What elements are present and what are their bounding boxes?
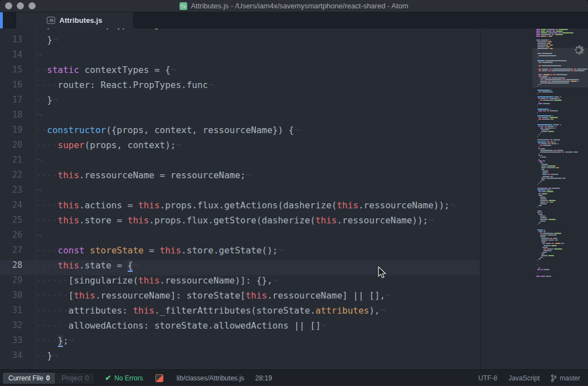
minimap-line — [541, 31, 545, 32]
encoding-selector[interactable]: UTF-8 — [478, 374, 497, 382]
minimap-line — [560, 124, 561, 125]
code-line-22[interactable]: 22····this.ressourceName = ressourceName… — [0, 170, 480, 185]
cursor-position[interactable]: 28:19 — [255, 374, 272, 382]
status-bar: Current File 0 Project 0 ✔ No Errors lib… — [0, 369, 588, 386]
minimap-line — [541, 178, 546, 179]
minimap-line — [555, 126, 556, 127]
git-branch-button[interactable]: master — [551, 374, 580, 382]
minimap-line — [552, 243, 554, 244]
code-line-23[interactable]: 23¬ — [0, 185, 480, 200]
line-number[interactable]: 18 — [0, 110, 22, 125]
line-number[interactable]: 25 — [0, 215, 22, 230]
code-line-14[interactable]: 14¬ — [0, 50, 480, 65]
code-line-13[interactable]: 13··}¬ — [0, 35, 480, 50]
minimap-line — [537, 115, 551, 116]
minimap[interactable] — [532, 28, 588, 369]
editor-pane[interactable]: 12··params: PropTypes.object¬13··}¬14¬15… — [0, 12, 588, 369]
code-line-30[interactable]: 30······[this.ressourceName]: storeState… — [0, 290, 480, 305]
minimap-line — [537, 212, 540, 213]
minimap-line — [538, 155, 540, 156]
line-number[interactable]: 26 — [0, 230, 22, 245]
minimap-line — [552, 115, 553, 116]
code-line-17[interactable]: 17··}¬ — [0, 95, 480, 110]
minimap-line — [542, 91, 553, 92]
minimap-line — [541, 212, 542, 213]
linter-current-file-button[interactable]: Current File 0 — [3, 373, 55, 384]
line-number[interactable]: 27 — [0, 245, 22, 260]
minimap-line — [558, 98, 560, 99]
code-text: ····super(props, context);¬ — [36, 140, 181, 155]
code-line-26[interactable]: 26¬ — [0, 230, 480, 245]
line-number[interactable]: 19 — [0, 125, 22, 140]
grammar-selector[interactable]: JavaScript — [508, 374, 540, 382]
line-number[interactable]: 20 — [0, 140, 22, 155]
minimap-line — [541, 238, 550, 239]
minimap-line — [537, 264, 538, 265]
code-line-24[interactable]: 24····this.actions = this.props.flux.get… — [0, 200, 480, 215]
code-line-19[interactable]: 19··constructor({props, context, ressour… — [0, 125, 480, 140]
minimap-line — [543, 250, 552, 251]
close-window-button[interactable] — [5, 2, 12, 9]
line-number[interactable]: 32 — [0, 320, 22, 335]
minimap-line — [551, 141, 554, 143]
minimap-line — [537, 224, 538, 225]
line-number[interactable]: 30 — [0, 290, 22, 305]
code-line-15[interactable]: 15··static contextTypes = {¬ — [0, 65, 480, 80]
minimap-line — [546, 189, 551, 190]
line-number[interactable]: 29 — [0, 275, 22, 290]
code-line-32[interactable]: 32······allowedActions: storeState.allow… — [0, 320, 480, 335]
settings-gear-icon[interactable] — [571, 43, 586, 57]
minimap-line — [542, 119, 550, 120]
line-number[interactable]: 15 — [0, 65, 22, 80]
code-line-16[interactable]: 16····router: React.PropTypes.func¬ — [0, 80, 480, 95]
line-number[interactable]: 13 — [0, 35, 22, 50]
linter-package-icon[interactable] — [155, 374, 163, 382]
minimap-line — [543, 145, 551, 146]
minimize-window-button[interactable] — [17, 2, 24, 9]
code-line-21[interactable]: 21¬ — [0, 155, 480, 170]
code-line-27[interactable]: 27····const storeState = this.store.getS… — [0, 245, 480, 260]
minimap-line — [548, 255, 554, 256]
minimap-line — [552, 31, 555, 32]
project-count: 0 — [85, 374, 89, 382]
line-number[interactable]: 21 — [0, 155, 22, 170]
code-text: ······allowedActions: storeState.allowed… — [36, 320, 326, 335]
linter-project-button[interactable]: Project 0 — [55, 373, 94, 384]
minimap-line — [554, 128, 555, 129]
minimap-line — [546, 243, 551, 244]
code-line-31[interactable]: 31······attributes: this._filterAttribut… — [0, 305, 480, 320]
minimap-line — [557, 150, 563, 151]
minimap-line — [537, 211, 542, 212]
line-number[interactable]: 17 — [0, 95, 22, 110]
line-number[interactable]: 22 — [0, 170, 22, 185]
code-line-34[interactable]: 34··}¬ — [0, 350, 480, 365]
minimap-line — [540, 100, 542, 101]
minimap-line — [542, 174, 547, 175]
line-number[interactable]: 24 — [0, 200, 22, 215]
line-number[interactable]: 31 — [0, 305, 22, 320]
code-line-33[interactable]: 33····};¬ — [0, 335, 480, 350]
file-path: lib/classes/Attributes.js — [177, 374, 244, 382]
minimap-line — [536, 276, 540, 277]
zoom-window-button[interactable] — [28, 2, 36, 9]
code-line-28[interactable]: 28····this.state = {¬ — [0, 260, 480, 275]
line-number[interactable]: 14 — [0, 50, 22, 65]
code-line-20[interactable]: 20····super(props, context);¬ — [0, 140, 480, 155]
line-number[interactable]: 16 — [0, 80, 22, 95]
code-line-18[interactable]: 18¬ — [0, 110, 480, 125]
line-number[interactable]: 28 — [0, 260, 22, 275]
code-text: ¬ — [36, 110, 42, 125]
minimap-line — [546, 98, 548, 99]
minimap-line — [537, 136, 538, 137]
code-line-25[interactable]: 25····this.store = this.props.flux.getSt… — [0, 215, 480, 230]
linter-status-button[interactable]: ✔ No Errors — [105, 374, 143, 382]
minimap-line — [548, 240, 554, 241]
code-text: ¬ — [36, 230, 42, 245]
line-number[interactable]: 34 — [0, 350, 22, 365]
line-number[interactable]: 33 — [0, 335, 22, 350]
code-line-29[interactable]: 29······[singularize(this.ressourceName)… — [0, 275, 480, 290]
minimap-line — [540, 219, 548, 220]
tab-attributes-js[interactable]: JS Attributes.js — [16, 12, 134, 28]
line-number[interactable]: 23 — [0, 185, 22, 200]
code-text: ····this.actions = this.props.flux.getAc… — [36, 200, 455, 215]
